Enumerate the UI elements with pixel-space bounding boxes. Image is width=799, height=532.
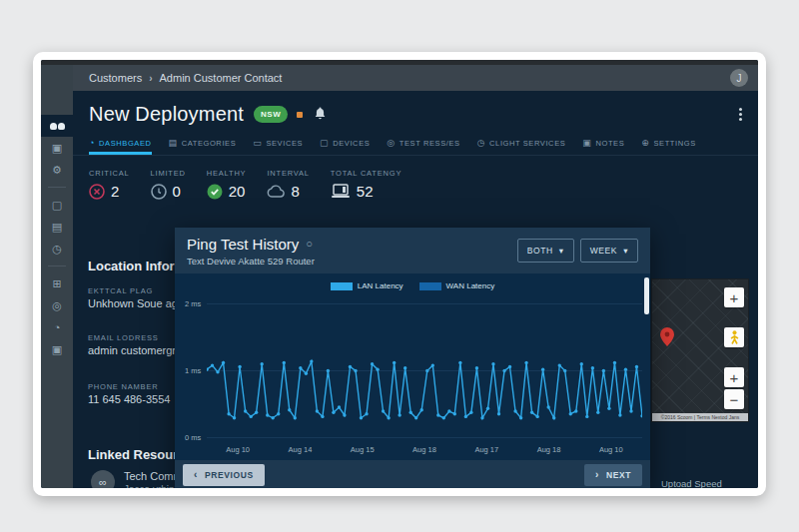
notes-icon: ▣ xyxy=(52,142,62,155)
tab-client-services[interactable]: ◷CLIGHT SERVICES xyxy=(477,139,566,155)
breadcrumb-current: Admin Customer Contact xyxy=(160,72,283,84)
sidebar-divider xyxy=(48,266,66,266)
healthy-check-icon xyxy=(207,184,223,200)
tab-dashboard[interactable]: ◔DASHBGAED xyxy=(89,139,152,155)
sidebar-item-customers[interactable] xyxy=(41,115,73,137)
dashboard-icon: ◔ xyxy=(89,139,95,148)
next-button[interactable]: ›NEXT xyxy=(584,464,642,486)
sidebar-item-reports[interactable]: ▤ xyxy=(41,216,73,238)
map-zoom-in-button[interactable]: + xyxy=(724,367,744,387)
chart-legend: LAN Latency WAN Latency xyxy=(175,281,650,290)
tab-services[interactable]: ▭SEVICES xyxy=(253,139,303,155)
tab-devices[interactable]: ▢DEVICES xyxy=(320,139,370,155)
modal-scrollbar[interactable] xyxy=(644,277,649,314)
mode-dropdown-value: BOTH xyxy=(527,246,553,256)
sidebar-item-settings[interactable]: ⚙ xyxy=(41,159,73,181)
status-summary-row: CRITICAL 2 LIMITED 0 HEALTHY 20 INTERVAL… xyxy=(73,156,758,200)
field-label: PHONE NAMBER xyxy=(88,382,158,391)
monitor-icon: ▢ xyxy=(52,199,62,212)
stat-value: 2 xyxy=(111,183,119,200)
stat-interval: INTERVAL 8 xyxy=(267,169,309,200)
x-axis-tick: Aug 10 xyxy=(226,445,250,454)
tab-bar: ◔DASHBGAED ▤CATEGORIES ▭SEVICES ▢DEVICES… xyxy=(73,132,758,156)
x-axis-tick: Aug 15 xyxy=(351,445,375,454)
stat-label: CRITICAL xyxy=(89,169,130,178)
previous-button-label: PREVIOUS xyxy=(205,470,254,480)
network-icon: ⊞ xyxy=(52,277,61,290)
map-add-button[interactable]: + xyxy=(724,287,744,307)
y-axis-tick: 2 ms xyxy=(185,299,201,308)
map-zoom-out-button[interactable]: − xyxy=(724,389,744,409)
tab-label: DEVICES xyxy=(333,139,370,148)
info-circle-icon: ○ xyxy=(306,238,313,250)
chevron-left-icon: ‹ xyxy=(194,470,198,480)
status-dot xyxy=(297,112,303,118)
stat-value: 20 xyxy=(229,183,246,200)
time-icon: ◔ xyxy=(54,321,61,333)
modal-subtitle: Text Devive Akatte 529 Router xyxy=(187,256,315,266)
stat-value: 8 xyxy=(291,183,299,200)
categories-icon: ▤ xyxy=(169,139,178,148)
breadcrumb-customers[interactable]: Customers xyxy=(89,72,142,84)
x-axis: Aug 10 Aug 14 Aug 15 Aug 18 Aug 17 Aug 1… xyxy=(207,445,642,454)
tab-categories[interactable]: ▤CATEGORIES xyxy=(169,139,237,155)
state-badge: NSW xyxy=(254,106,288,123)
lan-legend-swatch xyxy=(331,282,353,290)
tab-test-results[interactable]: ◎TEST RESS/ES xyxy=(387,139,459,155)
stat-label: TOTAL CATENGY xyxy=(331,169,401,178)
sidebar-item-notes[interactable]: ▣ xyxy=(41,137,73,159)
stat-label: HEALTHY xyxy=(207,169,247,178)
field-label: EKTTCAL PLAG xyxy=(88,286,153,295)
map-pin-icon xyxy=(660,327,674,346)
y-axis-tick: 1 ms xyxy=(185,366,201,375)
modal-header: Ping Test History ○ Text Devive Akatte 5… xyxy=(175,228,650,273)
x-axis-tick: Aug 17 xyxy=(474,445,498,454)
globe-icon: ◎ xyxy=(52,299,62,312)
sidebar-item-devices[interactable]: ▢ xyxy=(41,194,73,216)
sidebar-item-archive[interactable]: ▣ xyxy=(41,338,73,360)
app-window: ▣ ⚙ ▢ ▤ ◷ ⊞ ◎ ◔ ▣ Customers › Admin Cust… xyxy=(41,60,758,488)
pegman-icon[interactable] xyxy=(724,327,744,347)
tab-notes[interactable]: ▣NOTES xyxy=(582,139,624,155)
sidebar-item-web[interactable]: ◎ xyxy=(41,294,73,316)
stat-label: INTERVAL xyxy=(267,169,309,178)
range-dropdown[interactable]: WEEK▾ xyxy=(580,239,638,263)
tab-label: SEVICES xyxy=(266,139,303,148)
window-chrome-strip xyxy=(41,60,758,65)
sidebar: ▣ ⚙ ▢ ▤ ◷ ⊞ ◎ ◔ ▣ xyxy=(41,65,73,488)
chevron-right-icon: › xyxy=(149,73,152,84)
modal-footer: ‹PREVIOUS ›NEXT xyxy=(175,460,650,488)
mode-dropdown[interactable]: BOTH▾ xyxy=(517,239,574,263)
range-dropdown-value: WEEK xyxy=(590,246,617,256)
user-avatar[interactable]: J xyxy=(730,69,748,87)
bell-icon[interactable] xyxy=(315,106,326,124)
tab-label: SETTINGS xyxy=(653,139,695,148)
wan-legend-label: WAN Latency xyxy=(446,281,495,290)
people-icon xyxy=(50,123,65,130)
tab-settings[interactable]: ⊕SETTINGS xyxy=(641,139,695,155)
upload-speed-label: Uptoad Speed xyxy=(661,478,722,488)
stat-value: 0 xyxy=(173,183,181,200)
chevron-down-icon: ▾ xyxy=(559,246,564,256)
x-axis-tick: Aug 14 xyxy=(289,445,313,454)
stat-label: LIMITED xyxy=(151,169,186,178)
clock-status-icon xyxy=(151,184,167,200)
sidebar-item-history[interactable]: ◷ xyxy=(41,238,73,260)
tab-label: TEST RESS/ES xyxy=(400,139,460,148)
previous-button[interactable]: ‹PREVIOUS xyxy=(183,464,265,486)
field-label: EMAIL LODRESS xyxy=(88,333,159,342)
sidebar-item-network[interactable]: ⊞ xyxy=(41,272,73,294)
archive-icon: ▣ xyxy=(52,343,62,356)
sidebar-item-time[interactable]: ◔ xyxy=(41,316,73,338)
lan-legend-label: LAN Latency xyxy=(358,281,403,290)
field-value: 11 645 486-3554 xyxy=(88,393,170,405)
chart-icon: ▤ xyxy=(52,221,62,234)
map-widget[interactable]: + + − ©2016 Scoom | Terms Nextod Jans xyxy=(651,278,749,422)
kebab-menu-icon[interactable] xyxy=(735,104,746,125)
stat-total-category: TOTAL CATENGY 52 xyxy=(331,169,401,200)
map-attribution: ©2016 Scoom | Terms Nextod Jans xyxy=(652,413,748,421)
stat-critical: CRITICAL 2 xyxy=(89,169,130,200)
y-axis-tick: 0 ms xyxy=(185,433,201,442)
settings-tab-icon: ⊕ xyxy=(641,139,649,148)
ping-test-history-modal: Ping Test History ○ Text Devive Akatte 5… xyxy=(175,228,650,488)
